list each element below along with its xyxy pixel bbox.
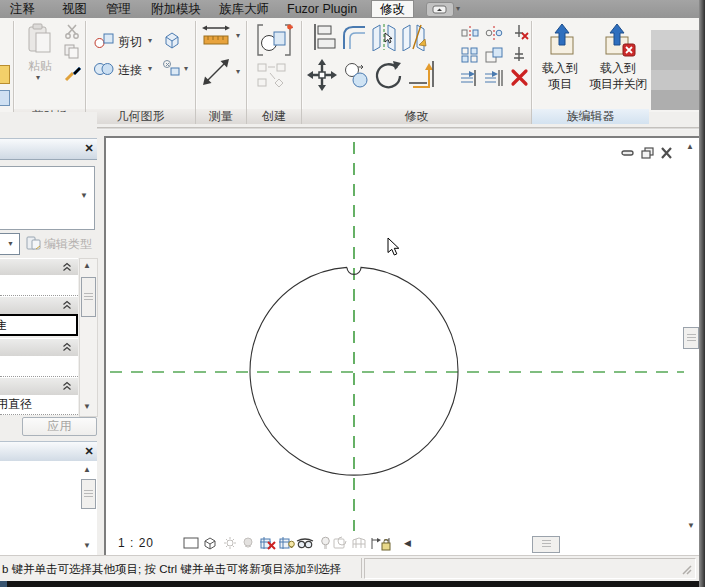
param-row[interactable] [0,275,78,296]
show-hidden-geometry-icon[interactable] [160,29,184,51]
measure-between-refs-icon[interactable] [199,56,233,88]
ribbon-options-caret-icon[interactable]: ▾ [456,5,460,13]
unpin-icon[interactable] [508,22,530,42]
collapse-chevron-icon[interactable] [62,300,72,310]
scale-icon[interactable] [484,46,504,64]
trim-extend-icon[interactable] [406,58,436,92]
canvas-hscrollbar-thumb[interactable] [532,536,560,553]
pin-icon[interactable] [508,44,530,64]
load-into-project-button[interactable]: 载入到 项目 [534,20,586,110]
view-minimize-button[interactable] [620,146,635,160]
detail-level-icon[interactable] [182,535,200,551]
mirror-draw-axis-icon[interactable] [484,24,504,42]
view-scale-button[interactable]: 1 : 20 [118,536,154,550]
param-group-header[interactable] [0,338,78,357]
filter-combo[interactable]: ▼ [0,233,20,255]
collapse-chevron-icon[interactable] [62,381,72,391]
scroll-up-icon[interactable]: ▲ [81,261,93,271]
show-crop-region-icon[interactable] [277,535,295,551]
swap-join-order-icon[interactable] [160,58,182,78]
param-row-diameter[interactable]: 用直径 [0,395,78,415]
canvas-scroll-down-icon[interactable]: ▼ [685,521,697,531]
view-restore-button[interactable] [640,146,655,160]
swap-join-caret-icon[interactable]: ▾ [184,65,188,73]
browser-scrollbar-thumb[interactable] [81,479,96,509]
canvas-scroll-up-icon[interactable]: ▲ [684,142,696,152]
browser-palette-titlebar[interactable]: ✕ [0,441,97,463]
temporary-hide-isolate-icon[interactable] [296,535,314,551]
cut-geometry-caret-icon[interactable]: ▾ [148,37,152,45]
array-icon[interactable] [460,46,480,64]
drawing-canvas[interactable] [106,138,699,555]
cut-to-clipboard-icon[interactable] [62,23,82,40]
type-selector-dropdown-icon[interactable]: ▼ [80,191,88,200]
cut-geometry-button[interactable]: 剪切 [118,34,142,51]
join-geometry-caret-icon[interactable]: ▾ [148,65,152,73]
tab-fuzor-plugin[interactable]: Fuzor Plugin [287,0,357,18]
drawing-svg[interactable] [106,138,699,553]
resize-grip-icon[interactable] [681,564,693,576]
move-icon[interactable] [306,58,338,92]
join-geometry-button[interactable]: 连接 [118,62,142,79]
param-group-header[interactable] [0,377,78,396]
browser-scrollbar[interactable]: ▲ ▼ [80,463,96,555]
edit-type-button[interactable]: 编辑类型 [44,236,92,253]
browser-content[interactable]: ▲ ▼ [0,461,97,555]
copy-element-icon[interactable] [342,60,370,90]
partial-yellow-icon[interactable] [0,65,10,84]
canvas-vscrollbar-thumb[interactable] [683,327,699,349]
param-row[interactable] [0,356,78,377]
partial-blue-icon[interactable] [0,90,10,106]
param-value-editing[interactable]: 隹 [0,314,78,336]
load-into-project-close-button[interactable]: 载入到 项目并关闭 [588,20,648,110]
apply-button[interactable]: 应用 [22,417,97,436]
split-element-icon[interactable] [370,22,398,52]
tab-addins[interactable]: 附加模块 [151,0,201,18]
ribbon-minimize-button[interactable] [426,2,454,17]
rotate-icon[interactable] [372,58,404,92]
measure-aligned-icon[interactable] [199,22,233,50]
scroll-up-icon[interactable]: ▲ [81,465,93,475]
paste-icon[interactable] [24,22,56,56]
param-group-header[interactable] [0,296,78,315]
sun-path-icon[interactable] [221,535,239,551]
tab-family-master[interactable]: 族库大师 [219,0,269,18]
tab-manage[interactable]: 管理 [106,0,131,18]
crop-view-icon[interactable] [258,535,276,551]
tab-annotate[interactable]: 注释 [10,0,35,18]
collapse-chevron-icon[interactable] [62,262,72,272]
copy-icon[interactable] [62,43,82,60]
scroll-down-icon[interactable]: ▼ [81,402,93,412]
tab-modify-active[interactable]: 修改 [371,0,414,18]
measure2-caret-icon[interactable]: ▾ [236,68,240,76]
paste-button[interactable]: 粘贴 [14,58,66,75]
type-selector[interactable]: ▼ [0,166,95,230]
hide-analytical-model-icon[interactable] [350,535,368,551]
create-array-icon-disabled[interactable] [255,62,291,90]
properties-palette-titlebar[interactable]: ✕ [0,138,97,160]
cut-geometry-icon[interactable] [92,31,116,51]
collapse-chevron-icon[interactable] [62,342,72,352]
align-icon[interactable] [310,22,338,52]
align-dimension-icon[interactable] [458,68,480,88]
param-group-header[interactable] [0,258,78,276]
mirror-pick-axis-icon[interactable] [460,24,480,42]
create-group-icon[interactable] [254,21,294,59]
shadows-icon[interactable] [240,535,258,551]
reveal-constraints-icon[interactable] [369,535,391,551]
split-with-gap-icon[interactable] [400,22,428,52]
measure-caret-icon[interactable]: ▾ [236,32,240,40]
delete-icon[interactable] [508,66,530,88]
hscroll-left-icon[interactable]: ◀ [404,538,411,548]
properties-scrollbar[interactable]: ▲ ▼ [79,258,98,417]
visual-style-icon[interactable] [201,535,219,551]
browser-close-icon[interactable]: ✕ [82,444,96,459]
tab-view[interactable]: 视图 [62,0,87,18]
paste-caret-icon[interactable]: ▾ [36,74,40,82]
properties-scrollbar-thumb[interactable] [81,277,96,317]
join-geometry-icon[interactable] [92,59,116,79]
properties-close-icon[interactable]: ✕ [82,141,96,156]
view-close-button[interactable] [659,146,674,160]
temporary-view-properties-icon[interactable] [332,535,350,551]
align-dimension2-icon[interactable] [482,68,504,88]
